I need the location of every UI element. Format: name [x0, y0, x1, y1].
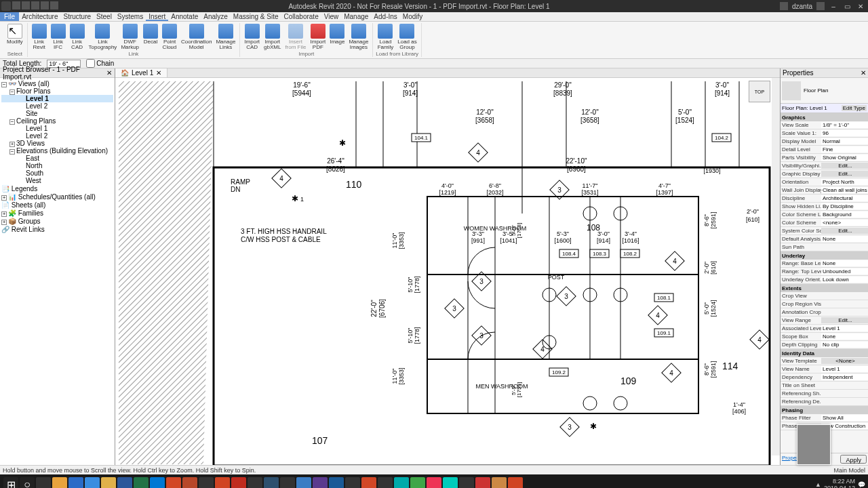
group-phasing[interactable]: Phasing [781, 406, 868, 414]
user-label[interactable]: dzanta [792, 3, 812, 10]
cortana-icon[interactable]: ○ [20, 477, 35, 488]
ribbon-import-gbxml[interactable]: Import gbXML [262, 23, 282, 51]
tree-views[interactable]: −👓 Views (all) [1, 80, 113, 87]
menu-massing[interactable]: Massing & Site [231, 12, 281, 21]
group-identity[interactable]: Identity Data [781, 349, 868, 357]
prop-graphic-disp-btn[interactable]: Edit... [821, 171, 868, 177]
minimize-icon[interactable]: – [829, 3, 838, 10]
taskbar-app[interactable] [248, 477, 262, 488]
clock-time[interactable]: 8:22 AM [824, 478, 855, 485]
tab-close-icon[interactable]: ✕ [156, 69, 161, 77]
taskbar-app[interactable] [378, 477, 393, 488]
workset-label[interactable]: Main Model [833, 467, 865, 474]
browser-close-icon[interactable]: ✕ [106, 69, 112, 77]
ribbon-dwf[interactable]: DWF Markup [119, 23, 140, 51]
qat-open-icon[interactable] [12, 1, 20, 9]
maximize-icon[interactable]: ▭ [842, 3, 852, 10]
tree-elevations[interactable]: −Elevations (Building Elevation) [1, 147, 113, 155]
menu-annotate[interactable]: Annotate [168, 12, 201, 21]
menu-analyze[interactable]: Analyze [201, 12, 231, 21]
ribbon-decal[interactable]: Decal [142, 23, 159, 51]
tree-ceiling-plans[interactable]: −Ceiling Plans [1, 117, 113, 125]
prop-underlay-orient[interactable]: Look down [821, 277, 868, 283]
prop-sys-color-btn[interactable]: Edit... [821, 228, 868, 234]
prop-show-hidden[interactable]: By Discipline [821, 203, 868, 209]
qat-print-icon[interactable] [50, 1, 58, 9]
tree-site[interactable]: Site [1, 110, 113, 117]
menu-view[interactable]: View [321, 12, 342, 21]
taskbar-app[interactable] [427, 477, 441, 488]
taskbar-app[interactable] [134, 477, 149, 488]
taskbar-app[interactable] [182, 477, 197, 488]
prop-detail-level[interactable]: Fine [821, 146, 868, 152]
menu-manage[interactable]: Manage [341, 12, 371, 21]
taskbar-app[interactable] [215, 477, 230, 488]
taskbar-app[interactable] [68, 477, 83, 488]
prop-dependency[interactable]: Independent [821, 374, 868, 380]
ribbon-import-cad[interactable]: Import CAD [243, 23, 261, 51]
ribbon-image[interactable]: Image [328, 23, 346, 51]
tree-groups[interactable]: +📦 Groups [1, 218, 113, 225]
tree-level1[interactable]: Level 1 [1, 95, 113, 102]
prop-color-scheme[interactable]: <none> [821, 220, 868, 226]
prop-assoc-level[interactable]: Level 1 [821, 325, 868, 331]
tree-east[interactable]: East [1, 155, 113, 162]
tree-3d-views[interactable]: +3D Views [1, 140, 113, 147]
group-graphics[interactable]: Graphics [781, 113, 868, 121]
vertical-scrollbar[interactable] [772, 78, 780, 455]
tree-sheets[interactable]: 📄 Sheets (all) [1, 201, 113, 209]
ribbon-link-ifc[interactable]: Link IFC [50, 23, 67, 51]
prop-discipline[interactable]: Architectural [821, 195, 868, 201]
taskbar-app[interactable] [508, 477, 523, 488]
prop-view-range-btn[interactable]: Edit... [821, 317, 868, 323]
taskbar-app[interactable] [345, 477, 360, 488]
taskbar-app[interactable] [101, 477, 116, 488]
tree-floor-plans[interactable]: −Floor Plans [1, 87, 113, 95]
menu-steel[interactable]: Steel [94, 12, 115, 21]
ribbon-coord-model[interactable]: Coordination Model [180, 23, 213, 51]
menu-file[interactable]: File [0, 12, 19, 21]
taskbar-app[interactable] [313, 477, 328, 488]
prop-vis-graphics-btn[interactable]: Edit... [821, 163, 868, 169]
ribbon-load-family[interactable]: Load Family [376, 23, 395, 51]
ribbon-link-cad[interactable]: Link CAD [68, 23, 86, 51]
prop-range-top[interactable]: Unbounded [821, 268, 868, 274]
prop-depth-clip[interactable]: No clip [821, 342, 868, 348]
taskbar-app[interactable] [329, 477, 344, 488]
group-underlay[interactable]: Underlay [781, 251, 868, 260]
taskbar-app[interactable] [85, 477, 100, 488]
prop-orientation[interactable]: Project North [821, 179, 868, 185]
props-close-icon[interactable]: ✕ [861, 69, 866, 77]
taskbar-app[interactable] [410, 477, 425, 488]
taskbar-app[interactable] [361, 477, 376, 488]
taskbar-app[interactable] [166, 477, 181, 488]
ribbon-manage-links[interactable]: Manage Links [214, 23, 237, 51]
menu-architecture[interactable]: Architecture [19, 12, 60, 21]
prop-view-template-btn[interactable]: <None> [821, 358, 868, 364]
tree-cp-level2[interactable]: Level 2 [1, 132, 113, 140]
taskbar-app[interactable] [459, 477, 474, 488]
taskbar-app[interactable] [117, 477, 132, 488]
tree-north[interactable]: North [1, 162, 113, 169]
prop-phase-filter[interactable]: Show All [821, 415, 868, 421]
ribbon-import-pdf[interactable]: Import PDF [309, 23, 328, 51]
taskbar-app[interactable] [394, 477, 409, 488]
tree-revit-links[interactable]: 🔗 Revit Links [1, 226, 113, 233]
menu-modify[interactable]: Modify [400, 12, 425, 21]
tree-families[interactable]: +🧩 Families [1, 209, 113, 217]
help-icon[interactable] [816, 2, 825, 10]
tree-south[interactable]: South [1, 169, 113, 177]
menu-addins[interactable]: Add-Ins [371, 12, 399, 21]
qat-undo-icon[interactable] [31, 1, 39, 9]
view-cube[interactable]: TOP [749, 81, 770, 102]
prop-color-loc[interactable]: Background [821, 211, 868, 218]
taskbar-app[interactable] [52, 477, 67, 488]
prop-display-model[interactable]: Normal [821, 138, 868, 144]
qat-save-icon[interactable] [22, 1, 30, 9]
taskbar-app[interactable] [443, 477, 458, 488]
edit-type-button[interactable]: Edit Type [842, 105, 867, 111]
menu-collaborate[interactable]: Collaborate [281, 12, 321, 21]
ribbon-link-revit[interactable]: Link Revit [31, 23, 48, 51]
ribbon-insert-file[interactable]: Insert from File [283, 23, 307, 51]
infocenter-icon[interactable] [780, 2, 788, 10]
